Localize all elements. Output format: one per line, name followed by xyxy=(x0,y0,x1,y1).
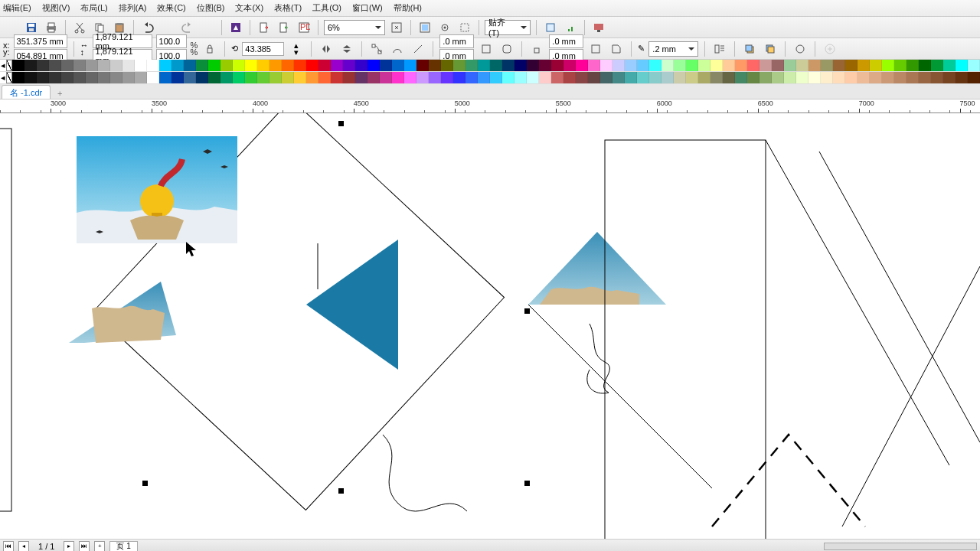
color-swatch[interactable] xyxy=(845,72,858,83)
print-button[interactable] xyxy=(43,19,60,36)
color-swatch[interactable] xyxy=(392,60,404,71)
color-swatch[interactable] xyxy=(355,72,368,83)
color-swatch[interactable] xyxy=(441,60,453,71)
color-swatch[interactable] xyxy=(98,72,110,83)
cut-button[interactable] xyxy=(71,19,88,36)
palette1-scroll-left[interactable]: ◂ xyxy=(0,60,6,71)
color-swatch[interactable] xyxy=(943,72,956,83)
redo-button[interactable] xyxy=(179,19,196,36)
color-swatch[interactable] xyxy=(331,60,343,71)
color-swatch[interactable] xyxy=(808,60,821,71)
color-swatch[interactable] xyxy=(61,60,74,71)
color-swatch[interactable] xyxy=(710,60,723,71)
color-swatch[interactable] xyxy=(674,60,686,71)
publish-pdf-button[interactable]: PDF xyxy=(296,19,312,36)
color-swatch[interactable] xyxy=(270,72,282,83)
add-page-button[interactable]: + xyxy=(94,541,105,552)
outline-width-dropdown[interactable]: .2 mm xyxy=(648,41,698,57)
zoom-level-dropdown[interactable]: 6% xyxy=(324,20,385,35)
color-swatch[interactable] xyxy=(502,72,514,83)
no-fill-swatch-2[interactable] xyxy=(6,72,12,83)
app-options-dropdown[interactable] xyxy=(610,19,627,36)
menu-help[interactable]: 帮助(H) xyxy=(394,2,422,14)
color-swatch[interactable] xyxy=(343,60,355,71)
color-swatch[interactable] xyxy=(24,60,37,71)
color-swatch[interactable] xyxy=(392,72,404,83)
color-swatch[interactable] xyxy=(368,60,380,71)
color-swatch[interactable] xyxy=(172,72,184,83)
color-swatch[interactable] xyxy=(894,60,906,71)
color-swatch[interactable] xyxy=(870,60,882,71)
color-swatch[interactable] xyxy=(453,72,466,83)
color-swatch[interactable] xyxy=(637,72,649,83)
color-swatch[interactable] xyxy=(74,72,86,83)
color-swatch[interactable] xyxy=(649,60,662,71)
color-swatch[interactable] xyxy=(551,72,564,83)
color-swatch[interactable] xyxy=(416,72,429,83)
color-swatch[interactable] xyxy=(159,60,172,71)
color-swatch[interactable] xyxy=(282,72,294,83)
color-swatch[interactable] xyxy=(49,60,61,71)
corner4-button[interactable] xyxy=(608,41,625,57)
export-button[interactable] xyxy=(276,19,292,36)
to-front-button[interactable] xyxy=(741,41,758,57)
new-button[interactable] xyxy=(3,19,20,36)
no-fill-swatch[interactable] xyxy=(6,60,12,71)
palette2-scroll-left[interactable]: ◂ xyxy=(0,72,6,83)
drawing-canvas[interactable] xyxy=(0,113,980,539)
color-swatch[interactable] xyxy=(86,72,98,83)
color-swatch[interactable] xyxy=(845,60,858,71)
color-swatch[interactable] xyxy=(184,72,196,83)
import-button[interactable] xyxy=(256,19,273,36)
offset1-input[interactable]: .0 mm xyxy=(439,34,474,48)
color-swatch[interactable] xyxy=(110,72,122,83)
color-swatch[interactable] xyxy=(74,60,86,71)
rotation-input[interactable]: 43.385 xyxy=(242,42,284,56)
color-swatch[interactable] xyxy=(135,60,147,71)
snap-to-dropdown[interactable]: 贴齐(T) xyxy=(485,20,531,35)
app-options-button[interactable] xyxy=(590,19,607,36)
color-swatch[interactable] xyxy=(490,60,502,71)
color-swatch[interactable] xyxy=(612,60,625,71)
color-swatch[interactable] xyxy=(674,72,686,83)
color-swatch[interactable] xyxy=(12,60,24,71)
color-swatch[interactable] xyxy=(331,72,343,83)
color-swatch[interactable] xyxy=(355,60,368,71)
color-swatch[interactable] xyxy=(649,72,662,83)
color-swatch[interactable] xyxy=(233,60,245,71)
color-swatch[interactable] xyxy=(931,72,943,83)
color-swatch[interactable] xyxy=(282,60,294,71)
color-swatch[interactable] xyxy=(245,72,257,83)
color-swatch[interactable] xyxy=(159,72,172,83)
color-palette-1[interactable]: ◂ xyxy=(0,60,980,72)
rotation-spin[interactable]: ▴▾ xyxy=(288,41,305,57)
next-page-button[interactable]: ▸ xyxy=(64,541,74,552)
color-swatch[interactable] xyxy=(698,72,710,83)
color-swatch[interactable] xyxy=(625,60,637,71)
color-swatch[interactable] xyxy=(919,72,931,83)
color-swatch[interactable] xyxy=(294,72,306,83)
color-swatch[interactable] xyxy=(429,72,441,83)
color-swatch[interactable] xyxy=(24,72,37,83)
color-swatch[interactable] xyxy=(564,60,576,71)
color-swatch[interactable] xyxy=(735,60,747,71)
color-swatch[interactable] xyxy=(600,72,612,83)
color-swatch[interactable] xyxy=(698,60,710,71)
undo-dropdown[interactable] xyxy=(159,19,176,36)
color-swatch[interactable] xyxy=(233,72,245,83)
color-swatch[interactable] xyxy=(821,72,833,83)
color-swatch[interactable] xyxy=(478,60,490,71)
color-swatch[interactable] xyxy=(12,72,24,83)
color-swatch[interactable] xyxy=(539,60,551,71)
color-swatch[interactable] xyxy=(220,72,233,83)
fullscreen-button[interactable] xyxy=(388,19,405,36)
color-swatch[interactable] xyxy=(796,60,808,71)
color-swatch[interactable] xyxy=(380,72,392,83)
color-swatch[interactable] xyxy=(588,72,600,83)
color-swatch[interactable] xyxy=(796,72,808,83)
color-swatch[interactable] xyxy=(625,72,637,83)
color-swatch[interactable] xyxy=(772,72,784,83)
prev-page-button[interactable]: ◂ xyxy=(18,541,29,552)
color-swatch[interactable] xyxy=(514,60,527,71)
color-swatch[interactable] xyxy=(502,60,514,71)
